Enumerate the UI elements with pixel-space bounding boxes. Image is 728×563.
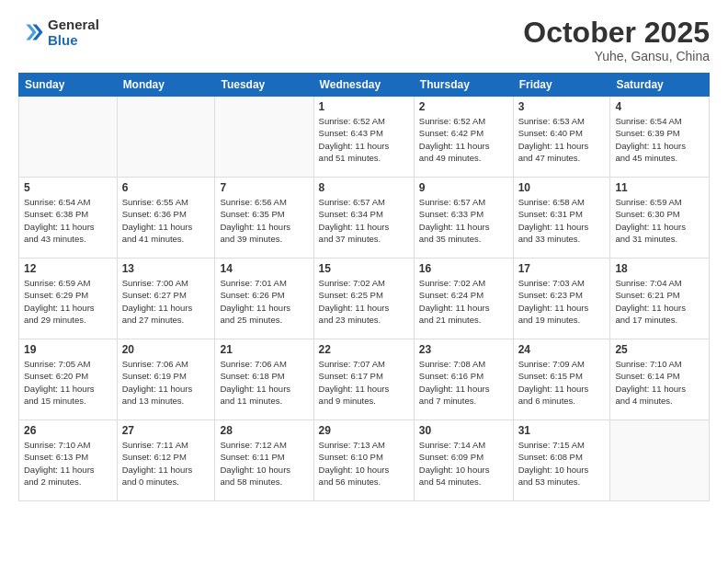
weekday-header-monday: Monday xyxy=(117,74,215,97)
day-number: 19 xyxy=(24,343,112,356)
day-info: Sunrise: 6:57 AMSunset: 6:34 PMDaylight:… xyxy=(319,196,409,245)
calendar-cell: 12Sunrise: 6:59 AMSunset: 6:29 PMDayligh… xyxy=(19,259,118,339)
day-number: 12 xyxy=(24,262,112,275)
day-info: Sunrise: 7:05 AMSunset: 6:20 PMDaylight:… xyxy=(24,358,112,407)
day-number: 30 xyxy=(419,424,508,437)
day-info: Sunrise: 6:54 AMSunset: 6:38 PMDaylight:… xyxy=(24,196,112,245)
day-number: 29 xyxy=(319,424,409,437)
calendar-cell: 3Sunrise: 6:53 AMSunset: 6:40 PMDaylight… xyxy=(513,97,610,178)
calendar-cell: 9Sunrise: 6:57 AMSunset: 6:33 PMDaylight… xyxy=(414,178,513,259)
weekday-header-friday: Friday xyxy=(513,74,610,97)
calendar-cell: 7Sunrise: 6:56 AMSunset: 6:35 PMDaylight… xyxy=(215,178,313,259)
calendar: SundayMondayTuesdayWednesdayThursdayFrid… xyxy=(18,73,710,501)
day-info: Sunrise: 7:15 AMSunset: 6:08 PMDaylight:… xyxy=(518,439,606,488)
calendar-cell: 14Sunrise: 7:01 AMSunset: 6:26 PMDayligh… xyxy=(215,259,313,339)
day-info: Sunrise: 7:04 AMSunset: 6:21 PMDaylight:… xyxy=(615,277,704,326)
day-info: Sunrise: 6:52 AMSunset: 6:42 PMDaylight:… xyxy=(419,115,508,164)
day-number: 10 xyxy=(518,181,606,194)
day-info: Sunrise: 6:56 AMSunset: 6:35 PMDaylight:… xyxy=(220,196,308,245)
calendar-cell xyxy=(610,420,710,501)
calendar-cell: 29Sunrise: 7:13 AMSunset: 6:10 PMDayligh… xyxy=(313,420,414,501)
week-row-1: 1Sunrise: 6:52 AMSunset: 6:43 PMDaylight… xyxy=(19,97,710,178)
day-info: Sunrise: 7:14 AMSunset: 6:09 PMDaylight:… xyxy=(419,439,508,488)
calendar-cell: 4Sunrise: 6:54 AMSunset: 6:39 PMDaylight… xyxy=(610,97,710,178)
day-number: 25 xyxy=(615,343,704,356)
day-number: 16 xyxy=(419,262,508,275)
calendar-cell: 21Sunrise: 7:06 AMSunset: 6:18 PMDayligh… xyxy=(215,339,313,420)
day-info: Sunrise: 6:59 AMSunset: 6:30 PMDaylight:… xyxy=(615,196,704,245)
day-number: 23 xyxy=(419,343,508,356)
calendar-cell: 15Sunrise: 7:02 AMSunset: 6:25 PMDayligh… xyxy=(313,259,414,339)
calendar-cell: 18Sunrise: 7:04 AMSunset: 6:21 PMDayligh… xyxy=(610,259,710,339)
day-number: 22 xyxy=(319,343,409,356)
weekday-header-wednesday: Wednesday xyxy=(313,74,414,97)
weekday-header-saturday: Saturday xyxy=(610,74,710,97)
day-number: 9 xyxy=(419,181,508,194)
week-row-5: 26Sunrise: 7:10 AMSunset: 6:13 PMDayligh… xyxy=(19,420,710,501)
day-info: Sunrise: 6:59 AMSunset: 6:29 PMDaylight:… xyxy=(24,277,112,326)
day-number: 1 xyxy=(319,100,409,113)
day-number: 17 xyxy=(518,262,606,275)
day-number: 28 xyxy=(220,424,308,437)
calendar-cell: 8Sunrise: 6:57 AMSunset: 6:34 PMDaylight… xyxy=(313,178,414,259)
day-info: Sunrise: 7:00 AMSunset: 6:27 PMDaylight:… xyxy=(122,277,210,326)
calendar-cell: 5Sunrise: 6:54 AMSunset: 6:38 PMDaylight… xyxy=(19,178,118,259)
calendar-cell: 6Sunrise: 6:55 AMSunset: 6:36 PMDaylight… xyxy=(117,178,215,259)
day-info: Sunrise: 7:03 AMSunset: 6:23 PMDaylight:… xyxy=(518,277,606,326)
weekday-header-row: SundayMondayTuesdayWednesdayThursdayFrid… xyxy=(19,74,710,97)
page: General Blue October 2025 Yuhe, Gansu, C… xyxy=(0,0,728,563)
day-info: Sunrise: 7:10 AMSunset: 6:13 PMDaylight:… xyxy=(24,439,112,488)
calendar-cell: 16Sunrise: 7:02 AMSunset: 6:24 PMDayligh… xyxy=(414,259,513,339)
calendar-cell: 2Sunrise: 6:52 AMSunset: 6:42 PMDaylight… xyxy=(414,97,513,178)
calendar-cell: 23Sunrise: 7:08 AMSunset: 6:16 PMDayligh… xyxy=(414,339,513,420)
day-number: 31 xyxy=(518,424,606,437)
day-number: 4 xyxy=(615,100,704,113)
calendar-cell: 22Sunrise: 7:07 AMSunset: 6:17 PMDayligh… xyxy=(313,339,414,420)
logo-icon xyxy=(18,19,44,45)
day-number: 13 xyxy=(122,262,210,275)
day-number: 6 xyxy=(122,181,210,194)
day-info: Sunrise: 7:08 AMSunset: 6:16 PMDaylight:… xyxy=(419,358,508,407)
calendar-cell: 11Sunrise: 6:59 AMSunset: 6:30 PMDayligh… xyxy=(610,178,710,259)
day-number: 3 xyxy=(518,100,606,113)
day-number: 21 xyxy=(220,343,308,356)
location: Yuhe, Gansu, China xyxy=(523,49,710,63)
calendar-cell: 17Sunrise: 7:03 AMSunset: 6:23 PMDayligh… xyxy=(513,259,610,339)
day-number: 18 xyxy=(615,262,704,275)
calendar-cell: 25Sunrise: 7:10 AMSunset: 6:14 PMDayligh… xyxy=(610,339,710,420)
day-number: 11 xyxy=(615,181,704,194)
day-info: Sunrise: 6:53 AMSunset: 6:40 PMDaylight:… xyxy=(518,115,606,164)
day-info: Sunrise: 7:06 AMSunset: 6:18 PMDaylight:… xyxy=(220,358,308,407)
day-number: 26 xyxy=(24,424,112,437)
logo-text: General Blue xyxy=(48,17,99,48)
header: General Blue October 2025 Yuhe, Gansu, C… xyxy=(18,17,710,63)
day-number: 24 xyxy=(518,343,606,356)
day-number: 7 xyxy=(220,181,308,194)
week-row-2: 5Sunrise: 6:54 AMSunset: 6:38 PMDaylight… xyxy=(19,178,710,259)
day-number: 20 xyxy=(122,343,210,356)
day-number: 14 xyxy=(220,262,308,275)
day-info: Sunrise: 7:02 AMSunset: 6:25 PMDaylight:… xyxy=(319,277,409,326)
title-block: October 2025 Yuhe, Gansu, China xyxy=(523,17,710,63)
weekday-header-tuesday: Tuesday xyxy=(215,74,313,97)
day-info: Sunrise: 7:12 AMSunset: 6:11 PMDaylight:… xyxy=(220,439,308,488)
calendar-cell: 24Sunrise: 7:09 AMSunset: 6:15 PMDayligh… xyxy=(513,339,610,420)
week-row-3: 12Sunrise: 6:59 AMSunset: 6:29 PMDayligh… xyxy=(19,259,710,339)
calendar-cell: 30Sunrise: 7:14 AMSunset: 6:09 PMDayligh… xyxy=(414,420,513,501)
day-info: Sunrise: 7:06 AMSunset: 6:19 PMDaylight:… xyxy=(122,358,210,407)
weekday-header-thursday: Thursday xyxy=(414,74,513,97)
calendar-cell: 1Sunrise: 6:52 AMSunset: 6:43 PMDaylight… xyxy=(313,97,414,178)
calendar-cell: 27Sunrise: 7:11 AMSunset: 6:12 PMDayligh… xyxy=(117,420,215,501)
calendar-cell xyxy=(215,97,313,178)
day-info: Sunrise: 7:07 AMSunset: 6:17 PMDaylight:… xyxy=(319,358,409,407)
day-info: Sunrise: 7:13 AMSunset: 6:10 PMDaylight:… xyxy=(319,439,409,488)
calendar-cell: 13Sunrise: 7:00 AMSunset: 6:27 PMDayligh… xyxy=(117,259,215,339)
calendar-cell: 26Sunrise: 7:10 AMSunset: 6:13 PMDayligh… xyxy=(19,420,118,501)
calendar-cell: 31Sunrise: 7:15 AMSunset: 6:08 PMDayligh… xyxy=(513,420,610,501)
day-number: 8 xyxy=(319,181,409,194)
day-info: Sunrise: 7:11 AMSunset: 6:12 PMDaylight:… xyxy=(122,439,210,488)
day-info: Sunrise: 6:57 AMSunset: 6:33 PMDaylight:… xyxy=(419,196,508,245)
calendar-cell: 28Sunrise: 7:12 AMSunset: 6:11 PMDayligh… xyxy=(215,420,313,501)
day-number: 2 xyxy=(419,100,508,113)
calendar-cell: 19Sunrise: 7:05 AMSunset: 6:20 PMDayligh… xyxy=(19,339,118,420)
